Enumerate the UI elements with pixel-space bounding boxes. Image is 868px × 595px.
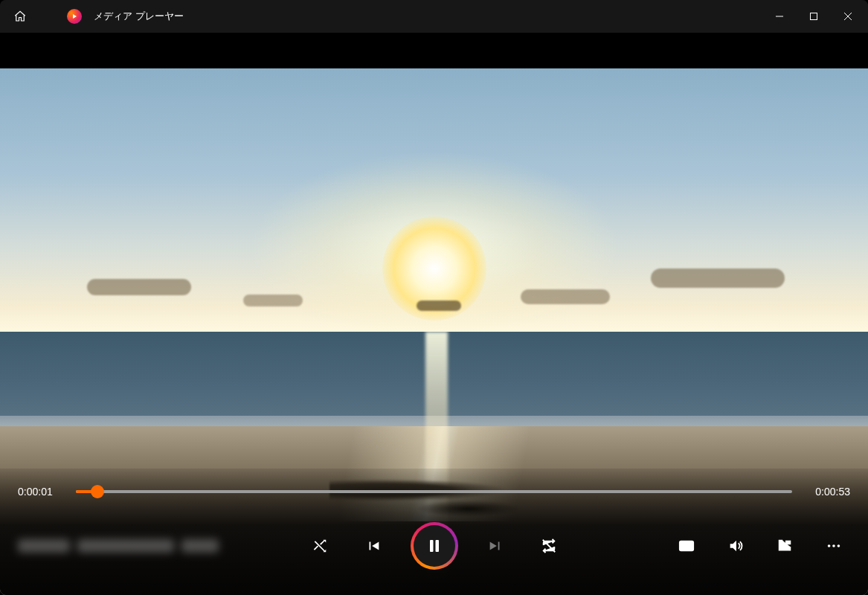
titlebar: メディア プレーヤー xyxy=(0,0,868,33)
next-button[interactable] xyxy=(479,530,512,562)
skip-previous-icon xyxy=(365,538,382,554)
more-icon xyxy=(826,538,842,554)
mini-player-icon xyxy=(777,538,793,554)
svg-rect-4 xyxy=(430,540,434,552)
repeat-off-icon xyxy=(541,538,557,554)
close-button[interactable] xyxy=(831,0,865,33)
pause-icon xyxy=(425,537,443,555)
maximize-button[interactable] xyxy=(797,0,831,33)
video-area[interactable]: 0:00:01 0:00:53 xyxy=(0,33,868,595)
maximize-icon xyxy=(809,12,818,21)
repeat-button[interactable] xyxy=(533,530,565,562)
letterbox-top xyxy=(0,33,868,68)
subtitles-icon xyxy=(678,538,695,554)
center-controls xyxy=(256,522,612,570)
seek-bar[interactable] xyxy=(76,484,792,499)
svg-point-12 xyxy=(832,544,835,547)
skip-next-icon xyxy=(487,538,504,554)
controls-overlay: 0:00:01 0:00:53 xyxy=(0,469,868,595)
subtitles-button[interactable] xyxy=(670,530,703,562)
home-icon xyxy=(13,10,27,23)
right-controls xyxy=(612,530,850,562)
seek-row: 0:00:01 0:00:53 xyxy=(0,469,868,506)
more-button[interactable] xyxy=(817,530,850,562)
minimize-button[interactable] xyxy=(762,0,797,33)
play-pause-button[interactable] xyxy=(411,522,458,570)
previous-button[interactable] xyxy=(357,530,390,562)
total-time: 0:00:53 xyxy=(804,486,850,498)
svg-rect-5 xyxy=(435,540,439,552)
seek-track xyxy=(76,490,792,493)
minimize-icon xyxy=(775,12,784,21)
seek-thumb[interactable] xyxy=(91,485,104,498)
media-metadata xyxy=(18,531,256,561)
svg-point-11 xyxy=(828,544,831,547)
mini-player-button[interactable] xyxy=(768,530,801,562)
home-button[interactable] xyxy=(3,0,37,33)
svg-rect-10 xyxy=(785,541,791,545)
current-time: 0:00:01 xyxy=(18,486,64,498)
app-title: メディア プレーヤー xyxy=(94,10,184,23)
volume-icon xyxy=(727,538,744,554)
volume-button[interactable] xyxy=(719,530,752,562)
shuffle-icon xyxy=(312,538,328,554)
svg-rect-7 xyxy=(680,541,693,551)
app-icon xyxy=(67,9,82,24)
svg-point-13 xyxy=(838,544,840,547)
shuffle-button[interactable] xyxy=(303,530,336,562)
control-row xyxy=(0,506,868,595)
close-icon xyxy=(843,12,852,21)
svg-rect-1 xyxy=(811,13,817,20)
media-player-window: メディア プレーヤー xyxy=(0,0,868,595)
